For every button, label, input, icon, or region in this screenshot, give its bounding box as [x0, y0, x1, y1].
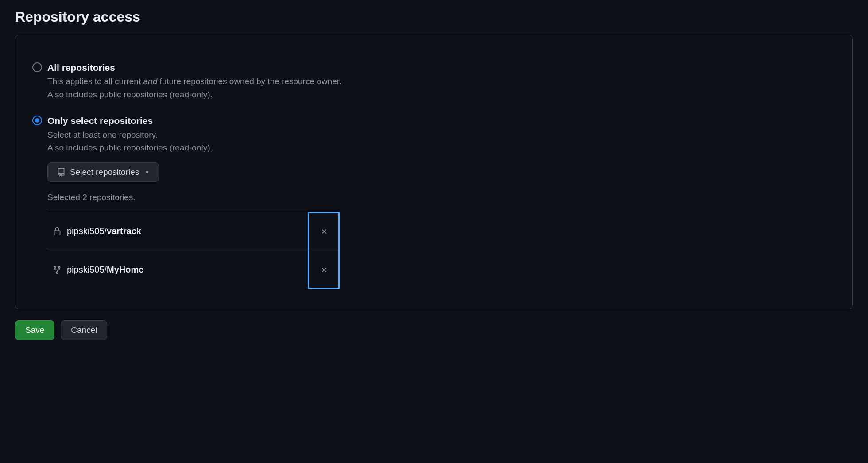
repo-slug: MyHome: [107, 265, 143, 274]
radio-select-repositories[interactable]: [32, 116, 42, 125]
radio-select-label: Only select repositories: [47, 114, 836, 127]
radio-all-description: This applies to all current and future r…: [47, 75, 836, 101]
repo-name: pipski505/MyHome: [67, 265, 143, 275]
close-icon: [320, 228, 328, 235]
repo-row-left: pipski505/vartrack: [53, 226, 141, 236]
radio-select-content: Only select repositories Select at least…: [47, 114, 836, 289]
fork-icon: [53, 266, 62, 274]
radio-all-label: All repositories: [47, 61, 836, 74]
desc-text-post: future repositories owned by the resourc…: [157, 77, 341, 86]
select-repositories-label: Select repositories: [70, 167, 139, 177]
repo-owner: pipski505/: [67, 265, 107, 274]
desc-text-em: and: [143, 77, 158, 86]
repository-access-panel: All repositories This applies to all cur…: [15, 35, 853, 309]
save-button[interactable]: Save: [15, 320, 54, 340]
select-repositories-button[interactable]: Select repositories ▼: [47, 162, 159, 182]
radio-option-all-repositories[interactable]: All repositories This applies to all cur…: [32, 61, 836, 101]
selected-repo-list: pipski505/vartrack pipski505/MyHome: [47, 212, 340, 289]
desc-text-pre: This applies to all current: [47, 77, 143, 86]
radio-inner-dot: [35, 118, 39, 123]
repo-row: pipski505/MyHome: [47, 251, 340, 289]
remove-repo-button[interactable]: [310, 219, 338, 244]
selected-count-hint: Selected 2 repositories.: [47, 193, 836, 202]
repo-name: pipski505/vartrack: [67, 226, 141, 236]
repo-slug: vartrack: [107, 226, 141, 236]
page-title: Repository access: [15, 9, 853, 25]
repo-owner: pipski505/: [67, 226, 107, 236]
remove-repo-button[interactable]: [310, 257, 338, 283]
close-icon: [320, 266, 328, 274]
radio-select-description: Select at least one repository. Also inc…: [47, 128, 836, 154]
repo-row-left: pipski505/MyHome: [53, 265, 143, 275]
caret-down-icon: ▼: [144, 169, 150, 175]
repo-row: pipski505/vartrack: [47, 212, 340, 251]
desc-text-line2: Also includes public repositories (read-…: [47, 90, 213, 99]
desc-select-line1: Select at least one repository.: [47, 130, 158, 139]
lock-icon: [53, 227, 62, 236]
radio-all-content: All repositories This applies to all cur…: [47, 61, 836, 101]
desc-select-line2: Also includes public repositories (read-…: [47, 143, 213, 152]
radio-all-repositories[interactable]: [32, 62, 42, 72]
radio-option-select-repositories[interactable]: Only select repositories Select at least…: [32, 114, 836, 289]
repo-icon: [57, 168, 66, 177]
cancel-button[interactable]: Cancel: [61, 320, 107, 340]
action-buttons: Save Cancel: [15, 320, 853, 340]
